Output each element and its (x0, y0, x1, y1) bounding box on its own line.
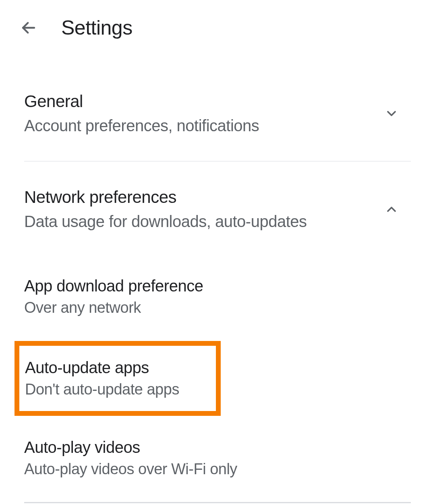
section-network-subtitle: Data usage for downloads, auto-updates (24, 213, 307, 231)
item-auto-play-title: Auto-play videos (24, 438, 411, 456)
settings-list: General Account preferences, notificatio… (0, 84, 435, 503)
item-app-download-subtitle: Over any network (24, 299, 411, 316)
item-auto-play-subtitle: Auto-play videos over Wi-Fi only (24, 461, 411, 478)
chevron-up-icon (384, 202, 399, 217)
back-arrow-icon[interactable] (20, 19, 37, 36)
item-auto-play-videos[interactable]: Auto-play videos Auto-play videos over W… (0, 426, 435, 492)
chevron-down-icon (384, 106, 399, 121)
section-general-title: General (24, 92, 259, 111)
item-app-download-preference[interactable]: App download preference Over any network (0, 265, 435, 330)
item-auto-update-apps[interactable]: Auto-update apps Don't auto-update apps (14, 341, 221, 416)
header: Settings (0, 0, 435, 56)
divider (24, 161, 411, 161)
section-general-subtitle: Account preferences, notifications (24, 117, 259, 135)
section-network[interactable]: Network preferences Data usage for downl… (0, 174, 435, 245)
page-title: Settings (61, 16, 133, 39)
section-network-content: Network preferences Data usage for downl… (24, 188, 307, 231)
item-auto-update-subtitle: Don't auto-update apps (25, 381, 206, 398)
divider (24, 502, 411, 503)
item-app-download-title: App download preference (24, 277, 411, 295)
section-general[interactable]: General Account preferences, notificatio… (0, 84, 435, 149)
section-network-title: Network preferences (24, 188, 307, 207)
item-auto-update-title: Auto-update apps (25, 359, 206, 377)
section-general-content: General Account preferences, notificatio… (24, 92, 259, 135)
